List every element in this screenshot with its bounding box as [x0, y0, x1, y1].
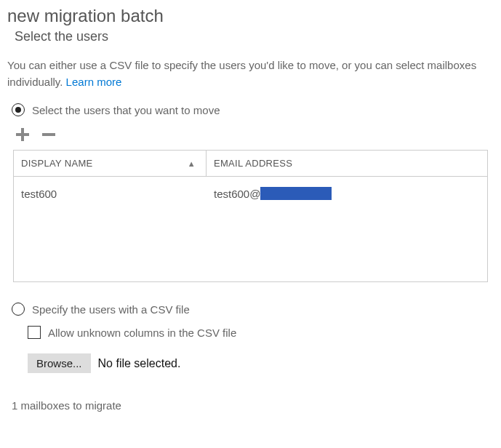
radio-csv[interactable]: Specify the users with a CSV file	[12, 303, 494, 316]
col-header-email-label: EMAIL ADDRESS	[214, 158, 292, 169]
col-header-display-name[interactable]: DISPLAY NAME ▲	[14, 151, 207, 176]
remove-user-button[interactable]	[41, 127, 57, 143]
plus-icon	[15, 127, 31, 143]
file-status: No file selected.	[98, 357, 181, 370]
table-body: test600 test600@	[14, 177, 487, 281]
intro-text: You can either use a CSV file to specify…	[7, 57, 494, 90]
table-header: DISPLAY NAME ▲ EMAIL ADDRESS	[14, 151, 487, 177]
allow-unknown-checkbox-row[interactable]: Allow unknown columns in the CSV file	[28, 326, 494, 339]
browse-button[interactable]: Browse...	[28, 353, 91, 373]
svg-rect-1	[16, 133, 29, 136]
table-row[interactable]: test600 test600@	[14, 177, 487, 204]
checkbox-icon	[28, 326, 41, 339]
svg-rect-2	[42, 133, 55, 136]
cell-display-name: test600	[14, 187, 207, 200]
radio-dot-icon	[12, 103, 25, 116]
learn-more-link[interactable]: Learn more	[66, 76, 122, 88]
cell-email: test600@	[207, 187, 487, 200]
allow-unknown-label: Allow unknown columns in the CSV file	[48, 327, 236, 339]
page-title: new migration batch	[7, 6, 494, 26]
footer-status: 1 mailboxes to migrate	[12, 399, 494, 412]
radio-csv-label: Specify the users with a CSV file	[32, 303, 190, 316]
add-user-button[interactable]	[15, 127, 31, 143]
radio-select-users-label: Select the users that you want to move	[32, 104, 220, 116]
page-subtitle: Select the users	[15, 29, 494, 44]
cell-email-prefix: test600@	[214, 188, 260, 200]
redacted-domain	[260, 187, 332, 200]
sort-asc-icon: ▲	[188, 159, 196, 168]
user-table-toolbar	[15, 127, 494, 143]
col-header-display-name-label: DISPLAY NAME	[21, 158, 93, 169]
minus-icon	[41, 127, 57, 143]
users-table: DISPLAY NAME ▲ EMAIL ADDRESS test600 tes…	[13, 150, 488, 282]
file-picker-row: Browse... No file selected.	[28, 353, 494, 373]
radio-empty-icon	[12, 303, 25, 316]
col-header-email[interactable]: EMAIL ADDRESS	[207, 151, 487, 176]
radio-select-users[interactable]: Select the users that you want to move	[12, 103, 494, 116]
